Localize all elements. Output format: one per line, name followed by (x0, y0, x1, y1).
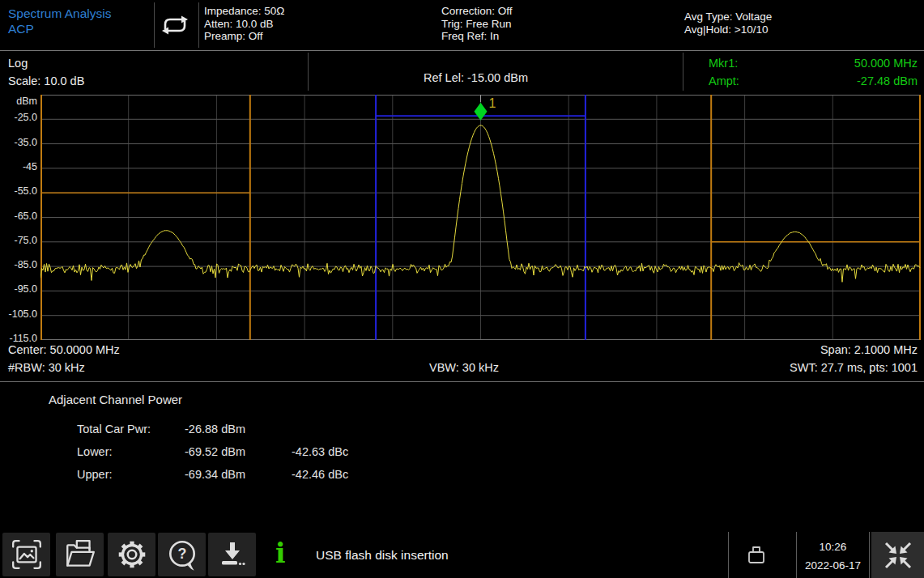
preamp-readout: Preamp: Off (204, 30, 284, 43)
y-axis-tick-label: -85.0 (15, 259, 38, 270)
swt-readout: SWT: 27.7 ms, pts: 1001 (790, 361, 918, 374)
avg-hold-readout: Avg|Hold: >10/10 (684, 23, 772, 36)
help-button[interactable]: ? (158, 533, 206, 576)
y-axis-unit-label: dBm (16, 96, 37, 107)
acp-row-upper: Upper: -69.34 dBm -42.46 dBc (77, 468, 348, 481)
y-axis-tick-label: -75.0 (15, 235, 38, 246)
usb-device-icon (746, 543, 767, 566)
toolbar-divider (869, 532, 870, 578)
header-divider (154, 2, 155, 48)
acp-row-label: Lower: (77, 445, 185, 458)
acp-row-rel: -42.63 dBc (292, 445, 348, 458)
collapse-icon (882, 539, 914, 572)
continuous-sweep-icon (157, 12, 193, 38)
svg-text:1: 1 (489, 96, 496, 110)
marker-freq-value: 50.000 MHz (854, 54, 918, 72)
y-axis-tick-label: -65.0 (15, 210, 38, 222)
settings-button[interactable] (108, 533, 155, 576)
help-icon: ? (165, 538, 199, 572)
settings-gear-icon (115, 538, 149, 572)
settings-divider (308, 53, 309, 91)
span-readout: Span: 2.1000 MHz (820, 343, 918, 356)
acp-row-power: -69.52 dBm (185, 445, 292, 458)
acp-row-rel: -42.46 dBc (292, 468, 348, 481)
results-separator (0, 381, 924, 382)
avg-type-readout: Avg Type: Voltage (684, 11, 772, 23)
y-axis: dBm -25.0-35.0-45-55.0-65.0-75.0-85.0-95… (0, 0, 37, 348)
marker-diamond (475, 103, 488, 121)
collapse-button[interactable] (871, 532, 924, 578)
screenshot-button[interactable] (2, 533, 50, 576)
y-axis-tick-label: -95.0 (15, 283, 38, 295)
header-separator (0, 50, 924, 51)
ref-level-readout: Ref Lel: -15.00 dBm (424, 71, 528, 84)
marker-name-label: Mkr1: (709, 54, 738, 72)
acp-row-total: Total Car Pwr: -26.88 dBm (77, 423, 292, 436)
impedance-readout: Impedance: 50Ω (204, 5, 284, 18)
atten-readout: Atten: 10.0 dB (204, 18, 284, 31)
marker-ampt-value: -27.48 dBm (857, 72, 918, 90)
acp-row-lower: Lower: -69.52 dBm -42.63 dBc (77, 445, 348, 458)
screenshot-icon (10, 538, 44, 572)
acp-row-label: Total Car Pwr: (77, 423, 185, 436)
trigger-settings-readout: Correction: Off Trig: Free Run Freq Ref:… (441, 5, 513, 43)
y-axis-tick-label: -55.0 (15, 185, 38, 197)
acp-row-power: -26.88 dBm (185, 423, 292, 436)
marker-readout: Mkr1: 50.000 MHz Ampt: -27.48 dBm (709, 54, 918, 90)
acp-row-power: -69.34 dBm (185, 468, 292, 481)
input-settings-readout: Impedance: 50Ω Atten: 10.0 dB Preamp: Of… (204, 5, 284, 43)
acp-title: Adjacent Channel Power (49, 393, 182, 406)
y-axis-tick-label: -25.0 (15, 112, 38, 123)
average-settings-readout: Avg Type: Voltage Avg|Hold: >10/10 (684, 11, 772, 36)
spectrum-plot[interactable]: 1 (40, 95, 921, 340)
vbw-readout: VBW: 30 kHz (429, 361, 499, 374)
freq-ref-readout: Freq Ref: In (441, 30, 513, 43)
center-freq-readout: Center: 50.0000 MHz (8, 343, 120, 356)
rbw-readout: #RBW: 30 kHz (8, 361, 85, 374)
settings-divider (683, 53, 683, 91)
clock: 10:26 2022-06-17 (797, 538, 869, 575)
continuous-sweep-button[interactable] (157, 6, 196, 44)
acp-row-label: Upper: (77, 468, 185, 481)
spectrum-analyzer-screen: Spectrum Analysis ACP Impedance: 50Ω Att… (0, 0, 924, 578)
y-axis-tick-label: -115.0 (9, 333, 37, 344)
correction-readout: Correction: Off (441, 5, 513, 18)
trig-readout: Trig: Free Run (441, 18, 513, 31)
y-axis-tick-label: -45 (23, 161, 37, 172)
date-label: 2022-06-17 (797, 556, 869, 575)
header-divider (198, 2, 199, 48)
time-label: 10:26 (797, 538, 869, 556)
file-icon (63, 538, 97, 572)
y-axis-tick-label: -105.0 (9, 308, 37, 320)
save-icon (216, 538, 249, 571)
status-message: USB flash disk insertion (316, 532, 449, 578)
info-icon: i (275, 534, 286, 573)
y-axis-tick-label: -35.0 (15, 137, 38, 148)
marker-ampt-label: Ampt: (709, 72, 739, 90)
save-button[interactable] (208, 533, 256, 576)
file-button[interactable] (56, 533, 104, 576)
svg-text:?: ? (177, 546, 186, 562)
toolbar-divider (728, 532, 729, 578)
